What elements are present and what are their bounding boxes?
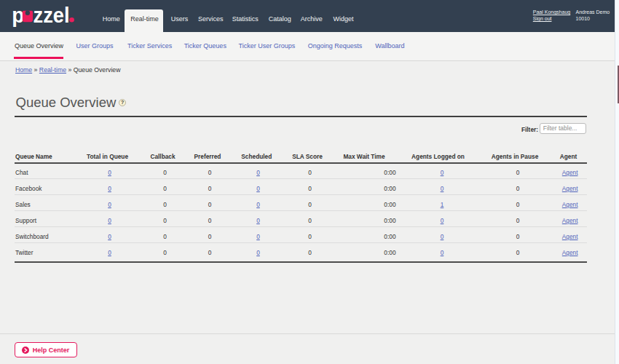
svg-text:zzel: zzel [33, 4, 70, 27]
svg-text:p: p [12, 4, 24, 27]
